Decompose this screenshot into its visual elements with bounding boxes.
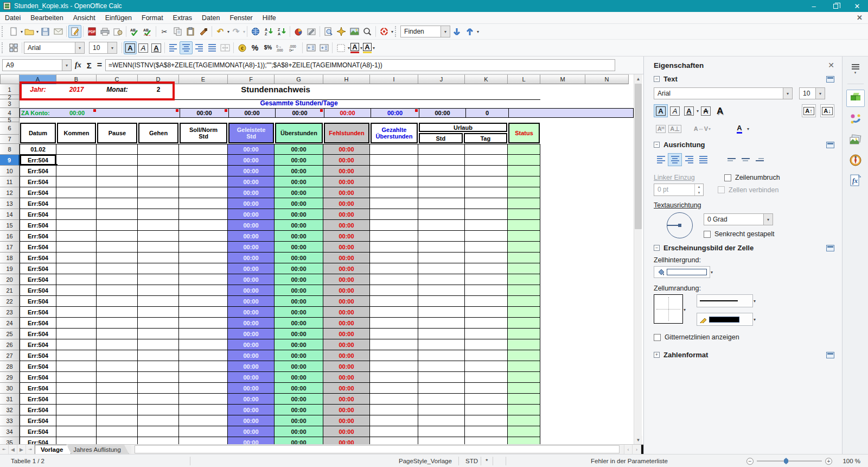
expand-icon[interactable]: + [654, 352, 660, 358]
cell-H35[interactable]: 00:00 [323, 437, 370, 444]
cell-A28[interactable]: Err:504 [20, 361, 56, 372]
cell-E30[interactable] [179, 383, 228, 394]
cell-G20[interactable]: 00:00 [275, 274, 323, 285]
cell-C23[interactable] [97, 307, 138, 318]
cell-A30[interactable]: Err:504 [20, 383, 56, 394]
menu-daten[interactable]: Daten [197, 13, 225, 23]
cell-L4[interactable] [508, 109, 541, 117]
bold-button[interactable]: A [124, 41, 137, 54]
cell-K27[interactable] [465, 350, 508, 361]
percent-format-button[interactable]: % [248, 41, 261, 54]
cell-A27[interactable]: Err:504 [20, 350, 56, 361]
zelle-dialog-launcher-icon[interactable] [826, 245, 834, 251]
cell-J13[interactable] [418, 198, 465, 209]
cell-I28[interactable] [370, 361, 418, 372]
cell-E32[interactable] [179, 405, 228, 415]
cell-J10[interactable] [418, 166, 465, 176]
cell-A16[interactable]: Err:504 [20, 231, 56, 242]
cell-K12[interactable] [465, 187, 508, 198]
cell-B16[interactable] [56, 231, 97, 242]
borders-button[interactable] [334, 41, 347, 54]
cell-I11[interactable] [370, 176, 418, 187]
cell-H26[interactable]: 00:00 [323, 339, 370, 350]
cell-J18[interactable] [418, 253, 465, 263]
cell-H8[interactable]: 00:00 [323, 144, 370, 155]
column-header-E[interactable]: E [179, 74, 228, 84]
cell-A11[interactable]: Err:504 [20, 176, 56, 187]
select-all-corner[interactable] [0, 74, 20, 84]
find-dropdown-icon[interactable]: ▾ [441, 26, 450, 37]
row-header-34[interactable]: 34 [0, 426, 20, 437]
column-header-G[interactable]: G [275, 74, 323, 84]
cell-I33[interactable] [370, 415, 418, 426]
cell-D22[interactable] [138, 296, 179, 307]
cell-L14[interactable] [508, 209, 540, 220]
close-document-icon[interactable]: ✕ [857, 14, 863, 22]
rotation-dropdown-icon[interactable]: ▾ [763, 214, 773, 225]
cell-B21[interactable] [56, 285, 97, 296]
cell-K17[interactable] [465, 242, 508, 253]
header-fehlstunden[interactable]: Fehlstunden [323, 122, 370, 144]
cell-F22[interactable]: 00:00 [228, 296, 275, 307]
hyperlink-button[interactable] [249, 25, 262, 38]
sidebar-tab-navigator[interactable]: N [846, 152, 865, 169]
cell-D28[interactable] [138, 361, 179, 372]
cell-B22[interactable] [56, 296, 97, 307]
cell-H22[interactable]: 00:00 [323, 296, 370, 307]
cell-K35[interactable] [465, 437, 508, 444]
cell-F32[interactable]: 00:00 [228, 405, 275, 415]
background-color-dropdown-icon[interactable]: ▾ [373, 46, 375, 51]
cell-I20[interactable] [370, 274, 418, 285]
open-button[interactable] [23, 25, 36, 38]
cell-L11[interactable] [508, 176, 540, 187]
summary-subtitle[interactable]: Gesammte Stunden/Tage [228, 99, 370, 108]
sort-descending-button[interactable]: ZA [275, 25, 288, 38]
row-header-8[interactable]: 8 [0, 144, 20, 155]
cell-K18[interactable] [465, 253, 508, 263]
cell-G18[interactable]: 00:00 [275, 253, 323, 263]
cell-C17[interactable] [97, 242, 138, 253]
cell-J26[interactable] [418, 339, 465, 350]
cell-C16[interactable] [97, 231, 138, 242]
collapse-icon[interactable]: − [654, 142, 660, 148]
cell-E29[interactable] [179, 372, 228, 383]
insert-chart-button[interactable] [292, 25, 305, 38]
cell-C31[interactable] [97, 394, 138, 405]
format-paintbrush-button[interactable] [197, 25, 210, 38]
column-header-N[interactable]: N [585, 74, 629, 84]
header-gehen[interactable]: Gehen [138, 122, 179, 144]
zeilenumbruch-checkbox[interactable] [724, 174, 731, 181]
row-header-33[interactable]: 33 [0, 415, 20, 426]
cell-C29[interactable] [97, 372, 138, 383]
collapse-icon[interactable]: − [654, 245, 660, 251]
name-box[interactable]: A9 ▾ [2, 59, 72, 71]
row-header-7[interactable]: 7 [0, 135, 20, 144]
cell-F13[interactable]: 00:00 [228, 198, 275, 209]
sheet-tab-vorlage[interactable]: Vorlage [35, 445, 71, 454]
header-urlaub[interactable]: Urlaub [419, 123, 507, 132]
cell-C28[interactable] [97, 361, 138, 372]
previous-sheet-button[interactable]: ◀ [9, 445, 17, 454]
cell-G24[interactable]: 00:00 [275, 318, 323, 329]
cell-J17[interactable] [418, 242, 465, 253]
cell-background-dropdown-icon[interactable]: ▾ [711, 270, 713, 275]
cell-F17[interactable]: 00:00 [228, 242, 275, 253]
cell-L9[interactable] [508, 155, 540, 166]
cell-B23[interactable] [56, 307, 97, 318]
cell-C21[interactable] [97, 285, 138, 296]
cell-A32[interactable]: Err:504 [20, 405, 56, 415]
cell-J9[interactable] [418, 155, 465, 166]
line-color-button[interactable] [697, 313, 753, 326]
cell-H23[interactable]: 00:00 [323, 307, 370, 318]
sidebar-valign-bottom-button[interactable] [752, 153, 767, 166]
find-replace-button[interactable] [322, 25, 335, 38]
sidebar-tab-styles[interactable] [846, 110, 865, 128]
cell-H32[interactable]: 00:00 [323, 405, 370, 415]
sidebar-strikethrough-button[interactable]: A [699, 104, 713, 117]
new-document-button[interactable] [7, 25, 20, 38]
cell-D26[interactable] [138, 339, 179, 350]
close-button[interactable]: ✕ [846, 0, 868, 12]
header-geleistete-std[interactable]: GeleisteteStd [228, 122, 275, 144]
cell-K10[interactable] [465, 166, 508, 176]
cell-D35[interactable] [138, 437, 179, 444]
